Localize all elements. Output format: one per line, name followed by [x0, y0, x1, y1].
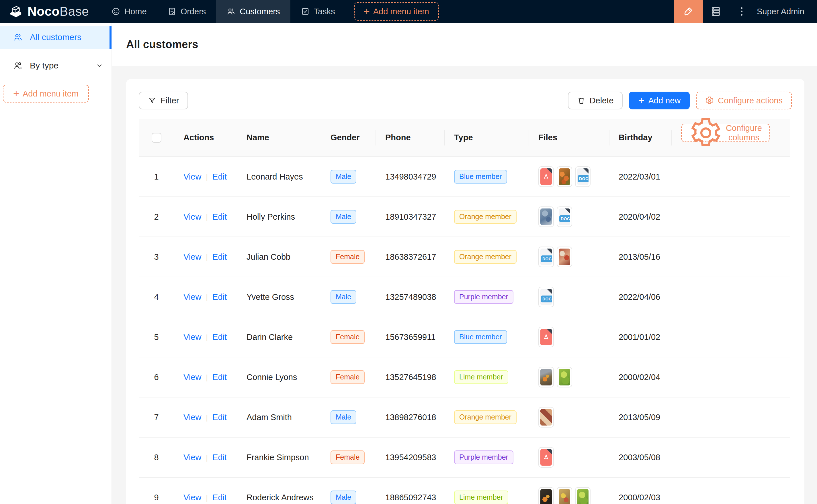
view-link[interactable]: View	[183, 453, 201, 462]
view-link[interactable]: View	[183, 373, 201, 382]
team-minus-icon	[13, 61, 23, 70]
configure-actions-button[interactable]: Configure actions	[696, 92, 792, 109]
edit-link[interactable]: Edit	[213, 292, 227, 302]
sidebar-add-menu-item-button[interactable]: + Add menu item	[3, 85, 89, 103]
actions-separator: |	[206, 253, 208, 261]
column-header-gender: Gender	[321, 119, 376, 157]
view-link[interactable]: View	[183, 493, 201, 502]
nav-item-home[interactable]: Home	[101, 0, 157, 23]
trash-icon	[577, 96, 586, 105]
pdf-file-body	[540, 168, 552, 185]
select-all-checkbox[interactable]	[152, 133, 161, 143]
customer-name: Darin Clarke	[237, 317, 321, 357]
gender-tag: Male	[331, 410, 356, 424]
sidebar-item-by-type[interactable]: By type	[0, 54, 111, 77]
filter-button[interactable]: Filter	[139, 92, 188, 109]
phone-cell: 13527645198	[376, 357, 445, 397]
member-type-tag: Orange member	[454, 210, 516, 223]
add-new-button[interactable]: + Add new	[629, 92, 690, 109]
pdf-logo-icon	[542, 453, 550, 462]
view-link[interactable]: View	[183, 292, 201, 302]
page-title: All customers	[126, 38, 198, 51]
pdf-file-thumbnail[interactable]	[538, 447, 554, 468]
folded-corner	[547, 249, 552, 254]
edit-link[interactable]: Edit	[213, 212, 227, 221]
gender-tag: Female	[331, 250, 365, 263]
nav-item-label: Tasks	[314, 7, 335, 16]
nocobase-logo[interactable]: NocoBase	[0, 4, 101, 19]
image-thumbnail[interactable]	[557, 367, 572, 387]
pdf-file-thumbnail[interactable]	[538, 327, 554, 347]
nav-item-customers[interactable]: Customers	[216, 0, 290, 23]
column-header-phone: Phone	[376, 119, 445, 157]
doc-file-thumbnail[interactable]: DOC	[538, 287, 554, 307]
pdf-file-thumbnail[interactable]	[538, 166, 554, 187]
table-toolbar: Filter Delete + Add new	[139, 92, 792, 109]
sidebar-item-all-customers[interactable]: All customers	[0, 26, 111, 49]
customer-name: Connie Lyons	[237, 357, 321, 397]
customer-name: Adam Smith	[237, 397, 321, 437]
image-thumbnail[interactable]	[557, 166, 572, 187]
birthday-cell: 2000/02/04	[609, 357, 672, 397]
member-type-tag: Blue member	[454, 330, 507, 344]
image-thumbnail[interactable]	[557, 487, 572, 504]
actions-separator: |	[206, 493, 208, 502]
type-cell: Lime member	[445, 477, 529, 504]
customers-table: Actions Name Gender Phone Type Files Bir…	[139, 119, 790, 504]
photo	[559, 489, 570, 504]
files-cell	[529, 477, 609, 504]
row-actions: View|Edit	[174, 197, 237, 237]
image-thumbnail[interactable]	[538, 487, 554, 504]
gender-cell: Female	[321, 437, 376, 477]
view-link[interactable]: View	[183, 212, 201, 221]
ui-editor-button[interactable]	[674, 0, 703, 23]
nav-item-orders[interactable]: Orders	[157, 0, 217, 23]
edit-link[interactable]: Edit	[213, 493, 227, 502]
row-actions: View|Edit	[174, 277, 237, 317]
edit-link[interactable]: Edit	[213, 252, 227, 261]
edit-link[interactable]: Edit	[213, 413, 227, 422]
image-thumbnail[interactable]	[557, 247, 572, 267]
configure-columns-button[interactable]: Configure columns	[681, 124, 770, 142]
table-row: 6View|EditConnie LyonsFemale13527645198L…	[139, 357, 790, 397]
nav-item-tasks[interactable]: Tasks	[290, 0, 345, 23]
doc-file-thumbnail[interactable]: DOC	[557, 206, 572, 227]
table-row: 2View|EditHolly PerkinsMale18910347327Or…	[139, 197, 790, 237]
table-row: 3View|EditJulian CobbFemale18638372617Or…	[139, 237, 790, 277]
image-thumbnail[interactable]	[538, 367, 554, 387]
image-thumbnail[interactable]	[538, 206, 554, 227]
topnav-add-menu-item-button[interactable]: + Add menu item	[354, 2, 439, 21]
member-type-tag: Purple member	[454, 290, 513, 304]
folded-corner	[565, 208, 570, 214]
image-thumbnail[interactable]	[538, 407, 554, 428]
view-link[interactable]: View	[183, 252, 201, 261]
edit-link[interactable]: Edit	[213, 453, 227, 462]
actions-separator: |	[206, 453, 208, 462]
row-actions: View|Edit	[174, 397, 237, 437]
photo	[540, 409, 552, 426]
user-menu[interactable]: Super Admin	[757, 7, 804, 16]
edit-link[interactable]: Edit	[213, 172, 227, 181]
column-header-birthday: Birthday	[609, 119, 672, 157]
folded-corner	[583, 168, 588, 174]
view-link[interactable]: View	[183, 413, 201, 422]
files-cell: DOC	[529, 237, 609, 277]
edit-link[interactable]: Edit	[213, 332, 227, 342]
delete-button[interactable]: Delete	[568, 92, 623, 109]
plugin-manager-button[interactable]	[703, 0, 729, 23]
file-attachments: DOC	[538, 166, 609, 187]
view-link[interactable]: View	[183, 172, 201, 181]
files-cell	[529, 397, 609, 437]
configure-column-spacer	[672, 437, 790, 477]
type-cell: Purple member	[445, 437, 529, 477]
doc-file-thumbnail[interactable]: DOC	[575, 166, 590, 187]
image-thumbnail[interactable]	[575, 487, 590, 504]
member-type-tag: Blue member	[454, 170, 507, 183]
birthday-cell: 2022/03/01	[609, 157, 672, 197]
view-link[interactable]: View	[183, 332, 201, 342]
more-menu-button[interactable]	[729, 0, 755, 23]
doc-file-thumbnail[interactable]: DOC	[538, 247, 554, 267]
customer-name: Yvette Gross	[237, 277, 321, 317]
edit-link[interactable]: Edit	[213, 373, 227, 382]
phone-cell: 13257489038	[376, 277, 445, 317]
